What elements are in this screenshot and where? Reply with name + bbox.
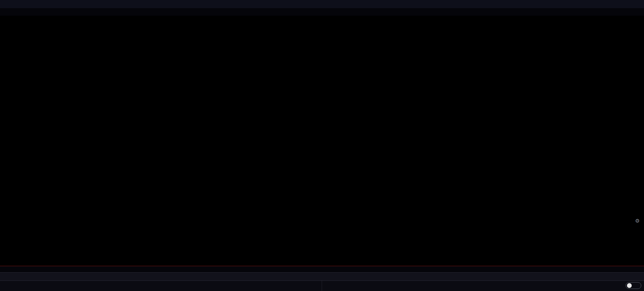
time-axis-bar: [0, 266, 644, 272]
stock-info-bar: [0, 8, 644, 16]
queue-divider: [322, 281, 322, 291]
intraday-chart-canvas[interactable]: [0, 0, 644, 291]
indicator-tab-bar: [0, 272, 644, 280]
indicator-settings-gear-icon[interactable]: ⚙: [635, 218, 640, 224]
order-queue-bar: [0, 280, 644, 291]
danmu-toggle-knob: [627, 283, 632, 288]
trading-app-window: ⚙: [0, 0, 644, 291]
period-toolbar: [0, 0, 644, 8]
danmu-toggle[interactable]: [626, 282, 641, 289]
